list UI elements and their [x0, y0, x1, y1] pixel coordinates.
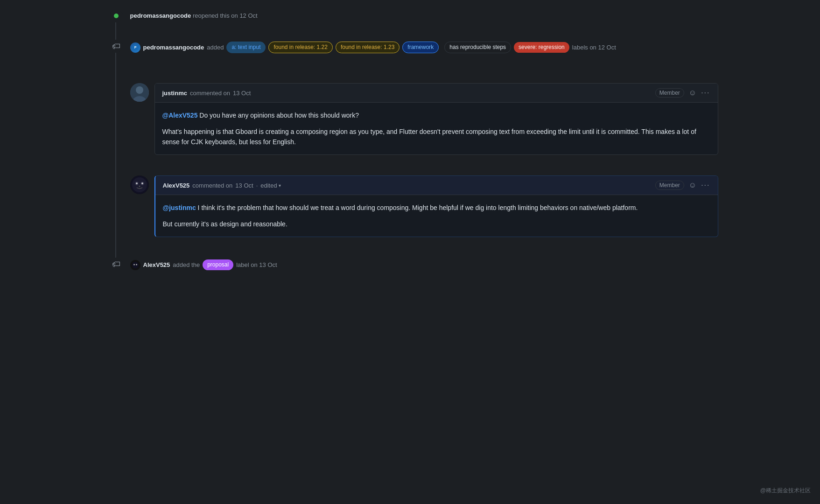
comment-p1-alexv525: @justinmc I think it's the problem that …	[163, 203, 710, 213]
comment-p1-justinmc: @AlexV525 Do you have any opinions about…	[162, 110, 710, 120]
comment-header-right-justinmc: Member ☺ ···	[655, 88, 710, 98]
edited-chevron-icon: ▾	[279, 183, 281, 188]
proposal-event-username: AlexV525	[143, 261, 170, 268]
proposal-label-content: AlexV525 added the proposal label on 13 …	[130, 258, 277, 270]
alexv525-avatar-small	[130, 260, 140, 270]
comment-card-justinmc: justinmc commented on 13 Oct Member ☺ ··…	[154, 83, 718, 155]
member-badge-alexv525: Member	[655, 181, 684, 190]
avatar-justinmc	[130, 83, 149, 102]
comment-header-left-alexv525: AlexV525 commented on 13 Oct · edited ▾	[163, 182, 281, 189]
svg-point-9	[136, 182, 138, 184]
labels-username: pedromassangocode	[143, 44, 204, 51]
label-reproducible[interactable]: has reproducible steps	[444, 42, 511, 53]
svg-point-6	[132, 177, 147, 192]
member-badge-justinmc: Member	[655, 88, 684, 98]
avatar-alexv525	[130, 175, 149, 194]
edited-dropdown[interactable]: edited ▾	[260, 182, 280, 189]
label-proposal[interactable]: proposal	[203, 259, 233, 270]
emoji-button-alexv525[interactable]: ☺	[689, 181, 696, 189]
proposal-label-icon: 🏷	[110, 258, 123, 271]
comment-header-alexv525: AlexV525 commented on 13 Oct · edited ▾ …	[155, 176, 718, 195]
reopen-icon	[110, 9, 123, 22]
svg-point-13	[136, 264, 137, 265]
label-release-122[interactable]: found in release: 1.22	[268, 42, 332, 53]
labels-event: 🏷 P pedromassangocode added a: text inpu…	[130, 40, 718, 53]
reopen-event-text: pedromassangocode reopened this on 12 Oc…	[130, 9, 258, 19]
more-button-alexv525[interactable]: ···	[701, 181, 710, 189]
svg-point-12	[133, 264, 135, 265]
comment-header-right-alexv525: Member ☺ ···	[655, 181, 710, 190]
comment-body-alexv525: @justinmc I think it's the problem that …	[155, 195, 718, 237]
comment-body-justinmc: @AlexV525 Do you have any opinions about…	[155, 103, 718, 154]
proposal-label-event: 🏷 AlexV525 added the proposal label on 1	[130, 258, 718, 270]
comment-date-justinmc: 13 Oct	[233, 90, 251, 97]
svg-point-3	[136, 86, 143, 94]
comment-card-alexv525: AlexV525 commented on 13 Oct · edited ▾ …	[154, 175, 718, 237]
comment-header-left-justinmc: justinmc commented on 13 Oct	[162, 90, 251, 97]
reopen-username: pedromassangocode	[130, 12, 191, 19]
label-text-input[interactable]: a: text input	[226, 42, 266, 53]
mention-justinmc[interactable]: @justinmc	[163, 204, 196, 211]
comment-alexv525: AlexV525 commented on 13 Oct · edited ▾ …	[130, 175, 718, 237]
more-button-justinmc[interactable]: ···	[701, 89, 710, 97]
pedro-avatar-small: P	[130, 42, 140, 53]
watermark: @稀土掘金技术社区	[760, 487, 811, 495]
comment-p2-alexv525: But currently it's as design and reasona…	[163, 219, 710, 229]
emoji-button-justinmc[interactable]: ☺	[689, 89, 696, 97]
comment-p2-justinmc: What's happening is that Gboard is creat…	[162, 126, 710, 147]
commenter-alexv525[interactable]: AlexV525	[163, 182, 190, 189]
comment-header-justinmc: justinmc commented on 13 Oct Member ☺ ··…	[155, 84, 718, 103]
comment-date-alexv525: 13 Oct	[235, 182, 253, 189]
commenter-justinmc[interactable]: justinmc	[162, 90, 187, 97]
mention-alexv525[interactable]: @AlexV525	[162, 112, 198, 119]
reopen-event: pedromassangocode reopened this on 12 Oc…	[130, 9, 718, 19]
label-release-123[interactable]: found in release: 1.23	[336, 42, 399, 53]
label-severe[interactable]: severe: regression	[514, 42, 569, 53]
labels-event-content: P pedromassangocode added a: text input …	[130, 40, 616, 53]
svg-point-11	[132, 262, 139, 268]
edited-label: edited	[260, 182, 277, 189]
label-framework[interactable]: framework	[402, 42, 439, 53]
label-icon: 🏷	[110, 40, 123, 53]
svg-text:P: P	[134, 45, 136, 49]
comment-justinmc: justinmc commented on 13 Oct Member ☺ ··…	[130, 83, 718, 155]
svg-point-10	[141, 182, 143, 184]
